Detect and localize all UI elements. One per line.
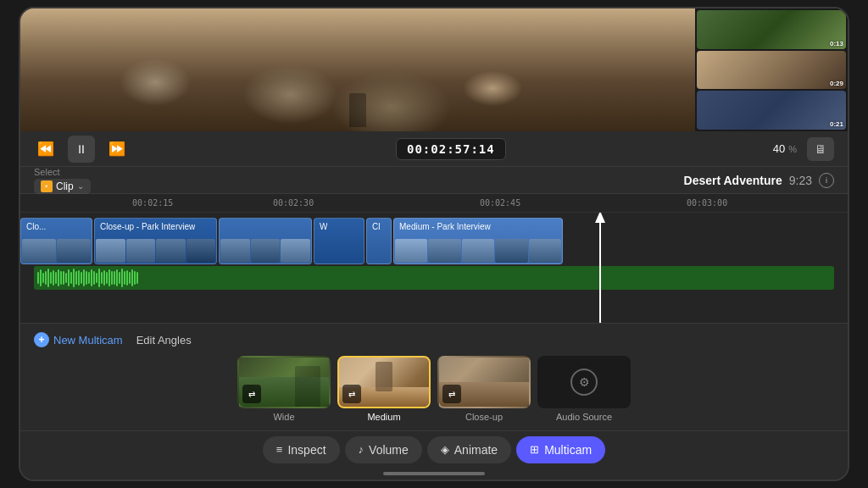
audio-source-item: ⚙ Audio Source — [537, 356, 631, 422]
clip-segment[interactable]: Cl — [366, 218, 392, 264]
thumbnail-item[interactable]: 0:21 — [697, 91, 846, 130]
info-button[interactable]: i — [819, 173, 834, 188]
fast-forward-icon: ⏩ — [108, 141, 125, 157]
playhead[interactable] — [599, 213, 601, 323]
wave-bar — [53, 270, 54, 286]
main-preview — [20, 8, 695, 131]
wave-bar — [86, 271, 87, 285]
clip-selector-bar: Select ▪ Clip ⌄ Desert Adventure 9:23 i — [20, 167, 848, 194]
wave-bar — [119, 272, 120, 284]
wave-bar — [91, 269, 92, 286]
angle-thumb-wide[interactable]: ⇄ — [237, 356, 331, 408]
wave-bar — [98, 269, 100, 287]
transport-bar: ⏪ ⏸ ⏩ 00:02:57:14 40 % 🖥 — [20, 131, 848, 167]
clip-selector-text: Clip — [56, 180, 74, 192]
thumbnail-item[interactable]: 0:13 — [697, 10, 846, 49]
multicam-header: + New Multicam Edit Angles — [34, 332, 834, 347]
rewind-button[interactable]: ⏪ — [34, 137, 58, 161]
ruler-mark: 00:02:45 — [480, 198, 520, 208]
wave-bar — [50, 272, 52, 284]
wave-bar — [45, 271, 47, 286]
wave-bar — [88, 272, 90, 284]
animate-label: Animate — [454, 443, 498, 457]
clip-label: Clo... — [26, 222, 46, 231]
wave-bar — [55, 272, 57, 283]
inspect-icon: ≡ — [276, 443, 283, 456]
volume-button[interactable]: ♪ Volume — [345, 436, 422, 463]
angle-label-wide: Wide — [273, 412, 294, 422]
wave-bar — [93, 271, 95, 286]
clip-icon: ▪ — [41, 180, 53, 192]
clip-segment[interactable]: Clo... — [20, 218, 92, 264]
clip-label: W — [320, 222, 327, 231]
audio-source-icon: ⚙ — [570, 369, 598, 396]
clip-segment[interactable]: Close-up - Park Interview — [94, 218, 217, 264]
angle-switch-icon: ⇄ — [442, 385, 461, 403]
ruler-mark: 00:03:00 — [687, 198, 727, 208]
angle-item-wide: ⇄ Wide — [237, 356, 331, 422]
video-track: Clo... Close-up - Park Interview — [20, 218, 848, 264]
wave-bar — [126, 270, 128, 286]
angle-label-medium: Medium — [367, 412, 400, 422]
audio-source-label: Audio Source — [556, 412, 612, 422]
wave-bar — [65, 273, 67, 283]
multicam-button[interactable]: ⊞ Multicam — [516, 436, 605, 463]
view-toggle-button[interactable]: 🖥 — [807, 137, 834, 161]
play-pause-button[interactable]: ⏸ — [68, 136, 95, 163]
wave-bar — [73, 269, 75, 287]
audio-source-thumb[interactable]: ⚙ — [537, 356, 631, 408]
inspect-button[interactable]: ≡ Inspect — [263, 436, 340, 463]
edit-angles-button[interactable]: Edit Angles — [136, 334, 192, 347]
ruler-mark: 00:02:30 — [273, 198, 314, 208]
clip-segment[interactable]: W — [314, 218, 364, 264]
project-duration: 9:23 — [789, 174, 812, 187]
clip-segment[interactable]: Medium - Park Interview — [393, 218, 563, 264]
wave-bar — [68, 269, 70, 286]
wave-bar — [136, 272, 138, 284]
chevron-down-icon: ⌄ — [77, 181, 84, 191]
wave-bar — [83, 269, 85, 286]
clip-selector-dropdown[interactable]: ▪ Clip ⌄ — [34, 179, 91, 194]
new-multicam-label: New Multicam — [53, 334, 123, 347]
wave-bar — [96, 273, 97, 283]
inspect-label: Inspect — [287, 443, 326, 457]
thumb-duration: 0:21 — [830, 120, 843, 128]
wave-bar — [124, 271, 125, 286]
ruler-mark: 00:02:15 — [132, 198, 173, 208]
wave-bar — [78, 270, 80, 286]
multicam-label: Multicam — [544, 443, 592, 457]
wave-bar — [114, 271, 115, 286]
zoom-unit: % — [788, 144, 797, 154]
thumbnail-item[interactable]: 0:29 — [697, 51, 846, 90]
zoom-control: 40 % — [773, 142, 797, 155]
wave-bar — [37, 272, 39, 284]
app-frame: 0:13 0:29 0:21 ⏪ ⏸ ⏩ 00:02:57:14 40 % 🖥 — [19, 7, 849, 481]
angle-item-medium: ⇄ Medium — [337, 356, 431, 422]
bottom-toolbar: ≡ Inspect ♪ Volume ◈ Animate ⊞ Multicam — [20, 430, 848, 480]
wave-bar — [129, 272, 131, 283]
volume-label: Volume — [369, 443, 409, 457]
edit-angles-label: Edit Angles — [136, 334, 192, 347]
clip-label: Cl — [372, 222, 380, 231]
wave-bar — [75, 271, 77, 286]
project-info: Desert Adventure 9:23 i — [684, 173, 834, 188]
info-icon: i — [826, 176, 828, 185]
rewind-icon: ⏪ — [37, 141, 54, 157]
new-multicam-icon: + — [34, 332, 49, 347]
clip-segment[interactable] — [219, 218, 312, 264]
wave-bar — [134, 271, 136, 285]
multicam-area: + New Multicam Edit Angles ⇄ Wide — [20, 323, 848, 430]
angle-thumb-closeup[interactable]: ⇄ — [437, 356, 531, 408]
fast-forward-button[interactable]: ⏩ — [105, 137, 129, 161]
animate-button[interactable]: ◈ Animate — [427, 436, 511, 463]
new-multicam-button[interactable]: + New Multicam — [34, 332, 123, 347]
project-name: Desert Adventure — [684, 174, 782, 187]
waveform — [34, 266, 834, 290]
animate-icon: ◈ — [441, 443, 449, 456]
track-clips: Clo... Close-up - Park Interview — [20, 218, 848, 264]
wave-bar — [131, 269, 133, 286]
angle-thumb-medium[interactable]: ⇄ — [337, 356, 431, 408]
preview-person — [349, 93, 366, 127]
wave-bar — [116, 269, 118, 286]
wave-bar — [108, 269, 110, 286]
